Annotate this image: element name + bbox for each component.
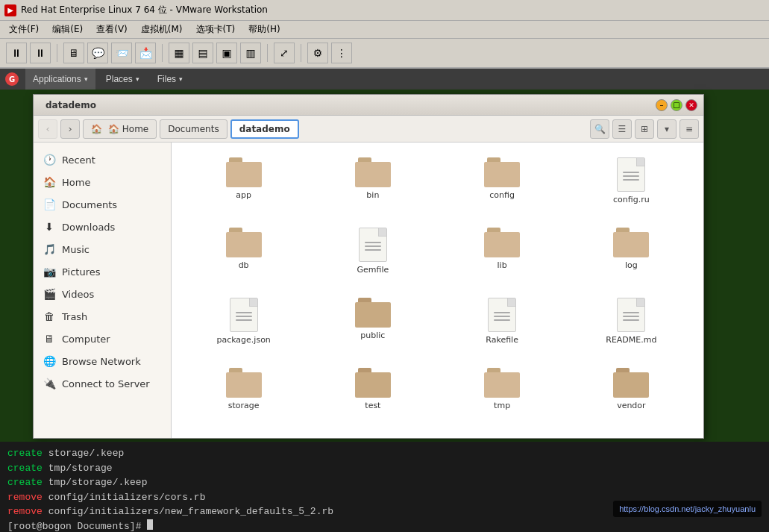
menu-item-t[interactable]: 选项卡(T) bbox=[190, 22, 242, 37]
file-name: test bbox=[365, 401, 380, 411]
home-icon: 🏠 bbox=[91, 124, 102, 134]
file-item-db[interactable]: db bbox=[181, 222, 307, 289]
file-icon bbox=[359, 228, 387, 262]
toolbar-sep3 bbox=[267, 44, 268, 62]
vmware-titlebar: ▶ Red Hat Enterprise Linux 7 64 位 - VMwa… bbox=[0, 0, 769, 21]
trash-icon: 🗑 bbox=[43, 310, 56, 323]
file-item-app[interactable]: app bbox=[181, 151, 307, 219]
folder-icon bbox=[484, 368, 520, 398]
home-breadcrumb[interactable]: 🏠 🏠 Home bbox=[83, 119, 157, 139]
msg-btn[interactable]: 💬 bbox=[87, 43, 108, 63]
split-btn4[interactable]: ▥ bbox=[240, 43, 261, 63]
toolbar-sep1 bbox=[57, 44, 57, 62]
send-btn[interactable]: 🖥 bbox=[63, 43, 84, 63]
sidebar-item-connect-server[interactable]: 🔌Connect to Server bbox=[34, 372, 171, 395]
vmware-menubar: 文件(F)编辑(E)查看(V)虚拟机(M)选项卡(T)帮助(H) bbox=[0, 21, 769, 39]
sidebar-item-browse-network[interactable]: 🌐Browse Network bbox=[34, 350, 171, 372]
terminal-path: tmp/storage/.keep bbox=[48, 475, 148, 490]
sidebar-item-videos[interactable]: 🎬Videos bbox=[34, 283, 171, 305]
folder-icon bbox=[226, 368, 262, 398]
vm-area: G Applications ▾ Places ▾ Files ▾ datade… bbox=[0, 69, 769, 532]
menu-button[interactable]: ≡ bbox=[679, 119, 699, 139]
videos-icon: 🎬 bbox=[43, 287, 56, 301]
home-label: Home bbox=[62, 177, 90, 188]
file-item-public[interactable]: public bbox=[310, 292, 436, 359]
file-icon bbox=[617, 157, 645, 192]
split-btn2[interactable]: ▤ bbox=[192, 43, 213, 63]
file-name: config bbox=[489, 190, 515, 201]
file-name: tmp bbox=[494, 401, 510, 411]
folder-icon bbox=[484, 228, 520, 257]
sidebar-item-recent[interactable]: 🕐Recent bbox=[34, 148, 171, 171]
file-item-bin[interactable]: bin bbox=[310, 151, 436, 219]
places-arrow: ▾ bbox=[136, 75, 139, 83]
fm-body: 🕐Recent🏠Home📄Documents⬇Downloads🎵Music📷P… bbox=[34, 143, 703, 438]
places-label: Places bbox=[106, 74, 133, 84]
connect-server-icon: 🔌 bbox=[43, 377, 56, 390]
folder-icon bbox=[355, 368, 391, 398]
computer-label: Computer bbox=[62, 334, 110, 345]
sidebar-item-music[interactable]: 🎵Music bbox=[34, 238, 171, 260]
menu-item-h[interactable]: 帮助(H) bbox=[242, 22, 286, 37]
folder-icon bbox=[613, 228, 649, 257]
settings-btn2[interactable]: ⋮ bbox=[331, 43, 352, 63]
terminal-area[interactable]: createstorage/.keepcreatetmp/storagecrea… bbox=[0, 442, 769, 532]
file-name: Gemfile bbox=[357, 265, 389, 275]
settings-btn[interactable]: ⚙ bbox=[307, 43, 328, 63]
file-item-test[interactable]: test bbox=[310, 362, 436, 429]
applications-arrow: ▾ bbox=[84, 75, 88, 83]
pause-btn2[interactable]: ⏸ bbox=[30, 43, 51, 63]
maximize-button[interactable]: □ bbox=[671, 99, 682, 111]
file-name: Rakefile bbox=[486, 335, 518, 345]
file-item-configru[interactable]: config.ru bbox=[568, 151, 694, 219]
file-item-vendor[interactable]: vendor bbox=[568, 362, 694, 429]
grid-view-button[interactable]: ⊞ bbox=[635, 119, 654, 139]
sidebar-item-documents[interactable]: 📄Documents bbox=[34, 193, 171, 216]
split-btn3[interactable]: ▣ bbox=[216, 43, 237, 63]
file-item-lib[interactable]: lib bbox=[439, 222, 565, 289]
split-btn[interactable]: ▦ bbox=[169, 43, 189, 63]
back-button[interactable]: ‹ bbox=[38, 119, 57, 139]
trash-label: Trash bbox=[62, 311, 87, 322]
videos-label: Videos bbox=[62, 289, 94, 300]
menu-item-e[interactable]: 编辑(E) bbox=[46, 22, 89, 37]
search-button[interactable]: 🔍 bbox=[590, 119, 609, 139]
sidebar-item-downloads[interactable]: ⬇Downloads bbox=[34, 216, 171, 238]
terminal-keyword: create bbox=[7, 461, 43, 476]
fm-sidebar: 🕐Recent🏠Home📄Documents⬇Downloads🎵Music📷P… bbox=[34, 143, 172, 438]
menu-item-v[interactable]: 查看(V) bbox=[90, 22, 134, 37]
file-item-Rakefile[interactable]: Rakefile bbox=[439, 292, 565, 359]
sidebar-item-computer[interactable]: 🖥Computer bbox=[34, 328, 171, 350]
msg-btn2[interactable]: 📨 bbox=[111, 43, 132, 63]
folder-icon bbox=[613, 368, 649, 398]
list-view-button[interactable]: ☰ bbox=[612, 119, 632, 139]
file-item-storage[interactable]: storage bbox=[181, 362, 307, 429]
menu-item-m[interactable]: 虚拟机(M) bbox=[135, 22, 189, 37]
fullscreen-btn[interactable]: ⤢ bbox=[274, 43, 295, 63]
file-item-packagejson[interactable]: package.json bbox=[181, 292, 307, 359]
minimize-button[interactable]: – bbox=[656, 99, 668, 111]
sidebar-item-trash[interactable]: 🗑Trash bbox=[34, 305, 171, 328]
applications-label: Applications bbox=[33, 74, 81, 84]
datademo-breadcrumb[interactable]: datademo bbox=[230, 119, 299, 139]
sort-button[interactable]: ▾ bbox=[657, 119, 677, 139]
file-item-config[interactable]: config bbox=[439, 151, 565, 219]
sidebar-item-home[interactable]: 🏠Home bbox=[34, 171, 171, 193]
places-menu[interactable]: Places ▾ bbox=[98, 69, 147, 90]
file-item-tmp[interactable]: tmp bbox=[439, 362, 565, 429]
applications-menu[interactable]: Applications ▾ bbox=[25, 69, 95, 90]
menu-item-f[interactable]: 文件(F) bbox=[3, 22, 45, 37]
files-menu[interactable]: Files ▾ bbox=[150, 69, 190, 90]
msg-btn3[interactable]: 📩 bbox=[135, 43, 156, 63]
terminal-prompt: [root@bogon Documents]# bbox=[7, 519, 141, 533]
file-item-READMEmd[interactable]: README.md bbox=[568, 292, 694, 359]
file-manager-window: datademo – □ ✕ ‹ › 🏠 🏠 Home Documents da… bbox=[33, 94, 704, 439]
sidebar-item-pictures[interactable]: 📷Pictures bbox=[34, 260, 171, 283]
close-button[interactable]: ✕ bbox=[685, 99, 697, 111]
file-item-log[interactable]: log bbox=[568, 222, 694, 289]
documents-breadcrumb[interactable]: Documents bbox=[160, 119, 227, 139]
forward-button[interactable]: › bbox=[60, 119, 80, 139]
files-arrow: ▾ bbox=[179, 75, 183, 83]
pause-btn[interactable]: ⏸ bbox=[6, 43, 27, 63]
file-item-Gemfile[interactable]: Gemfile bbox=[310, 222, 436, 289]
